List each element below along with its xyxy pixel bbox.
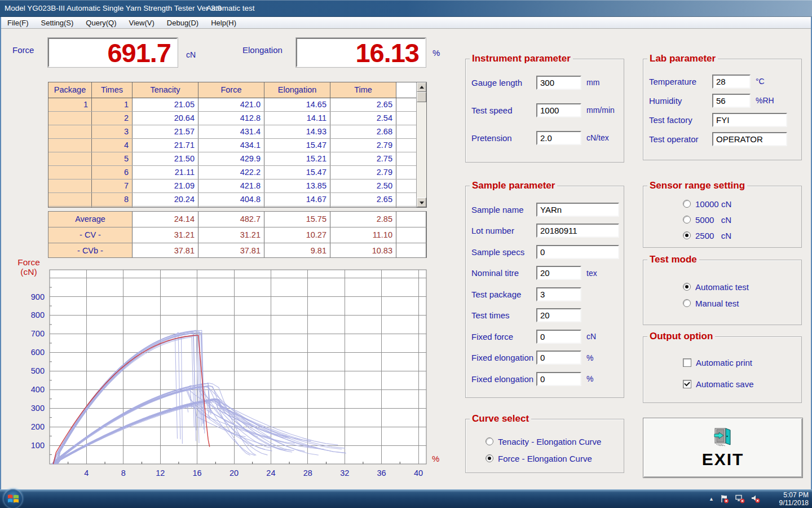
column-header-time: Time bbox=[330, 82, 396, 98]
start-button[interactable] bbox=[3, 489, 23, 508]
table-cell: 21.71 bbox=[133, 139, 198, 152]
table-row[interactable]: 721.09421.813.852.50 bbox=[48, 179, 416, 193]
scrollbar-up-button[interactable] bbox=[417, 82, 426, 92]
action-center-flag-icon[interactable] bbox=[720, 494, 729, 503]
checkbox-icon[interactable] bbox=[683, 358, 691, 367]
y-tick-label: 300 bbox=[31, 404, 45, 413]
scrollbar-track[interactable] bbox=[417, 102, 426, 198]
radio-button-icon[interactable] bbox=[683, 299, 691, 307]
table-cell: 2 bbox=[92, 112, 133, 125]
table-row[interactable]: 1121.05421.014.652.65 bbox=[48, 98, 416, 112]
test-mode-option[interactable]: Automatic test bbox=[683, 281, 801, 293]
table-header-row: PackageTimesTenacityForceElongationTime bbox=[48, 82, 416, 98]
exit-button[interactable]: EXIT bbox=[643, 418, 803, 478]
radio-button-icon[interactable] bbox=[486, 437, 493, 445]
table-row[interactable]: 421.71434.115.472.79 bbox=[48, 139, 416, 152]
option-label[interactable]: 10000 cN bbox=[695, 199, 731, 209]
table-cell bbox=[48, 179, 92, 192]
scrollbar-down-button[interactable] bbox=[417, 198, 426, 207]
field-label: Fixed elongation bbox=[471, 374, 536, 384]
option-label[interactable]: Automatic save bbox=[696, 379, 754, 389]
menu-item-file[interactable]: File(F) bbox=[1, 19, 35, 27]
temperature-input[interactable]: 28 bbox=[712, 75, 751, 89]
table-row[interactable]: 220.64412.814.112.54 bbox=[48, 112, 416, 125]
sensor-range-option[interactable]: 10000 cN bbox=[683, 198, 801, 210]
gauge-length-input[interactable]: 300 bbox=[536, 76, 581, 90]
x-tick-label: 16 bbox=[193, 468, 202, 478]
pretension-input[interactable]: 2.0 bbox=[536, 131, 581, 145]
table-cell: 21.11 bbox=[133, 166, 198, 179]
table-cell: 4 bbox=[92, 139, 133, 152]
option-label[interactable]: 5000 cN bbox=[695, 215, 731, 225]
table-row[interactable]: 521.50429.915.212.75 bbox=[48, 152, 416, 166]
curve-select-option[interactable]: Tenacity - Elongation Curve bbox=[486, 435, 624, 448]
field-unit: °C bbox=[756, 77, 765, 86]
table-cell: 14.93 bbox=[264, 125, 330, 138]
summary-row: Average24.14482.715.752.85 bbox=[48, 212, 426, 227]
sensor-range-option[interactable]: 5000 cN bbox=[683, 213, 801, 226]
test-factory-input[interactable]: FYI bbox=[712, 113, 787, 127]
fixed-elongation-input[interactable]: 0 bbox=[536, 372, 581, 386]
table-cell: 21.05 bbox=[133, 98, 198, 111]
field-unit: %RH bbox=[756, 96, 774, 105]
option-label[interactable]: Automatic test bbox=[695, 282, 749, 292]
test-mode-option[interactable]: Manual test bbox=[683, 297, 801, 309]
lot-number-input[interactable]: 20180911 bbox=[536, 224, 619, 238]
title-bar[interactable]: Model YG023B-III Automatic Single Yarn S… bbox=[0, 0, 812, 17]
fixed-force-input[interactable]: 0 bbox=[536, 330, 581, 344]
field-label: Test speed bbox=[471, 106, 536, 115]
clock-time: 5:07 PM bbox=[764, 491, 809, 499]
menu-item-query[interactable]: Query(Q) bbox=[80, 19, 122, 27]
field-label: Fixed elongation bbox=[471, 353, 536, 362]
table-row-filler bbox=[396, 193, 416, 206]
menu-item-debug[interactable]: Debug(D) bbox=[161, 19, 205, 27]
radio-button-icon[interactable] bbox=[486, 454, 493, 462]
radio-button-icon[interactable] bbox=[683, 216, 691, 224]
results-table-scrollbar[interactable] bbox=[416, 82, 426, 207]
field-row: Fixed elongation0% bbox=[471, 371, 624, 386]
test-operator-input[interactable]: OPERATOR bbox=[712, 132, 787, 146]
x-tick-label: 36 bbox=[377, 468, 386, 478]
option-label[interactable]: 2500 cN bbox=[695, 231, 731, 240]
option-label[interactable]: Tenacity - Elongation Curve bbox=[498, 437, 601, 446]
menu-item-help[interactable]: Help(H) bbox=[205, 19, 242, 27]
field-row: Fixed force0cN bbox=[471, 329, 624, 344]
radio-button-icon[interactable] bbox=[683, 283, 691, 291]
nominal-titre-input[interactable]: 20 bbox=[536, 266, 581, 280]
option-label[interactable]: Force - Elongation Curve bbox=[498, 454, 592, 463]
table-cell: 2.68 bbox=[330, 125, 396, 138]
window-subtitle: Automatic test bbox=[206, 4, 255, 12]
table-row[interactable]: 621.11422.215.472.79 bbox=[48, 166, 416, 179]
option-label[interactable]: Automatic print bbox=[696, 358, 752, 367]
volume-icon[interactable] bbox=[751, 494, 760, 503]
test-package-input[interactable]: 3 bbox=[536, 287, 581, 301]
table-row[interactable]: 921.70433.914.932.68 bbox=[48, 207, 416, 207]
checkbox-icon[interactable] bbox=[683, 380, 691, 388]
column-header-package: Package bbox=[48, 82, 92, 98]
radio-button-icon[interactable] bbox=[683, 231, 691, 239]
output-option[interactable]: Automatic print bbox=[683, 356, 801, 369]
table-cell: 431.4 bbox=[198, 125, 264, 138]
radio-button-icon[interactable] bbox=[683, 200, 691, 208]
network-status-icon[interactable] bbox=[735, 494, 745, 503]
humidity-input[interactable]: 56 bbox=[712, 94, 751, 108]
show-hidden-icons-button[interactable]: ▲ bbox=[709, 496, 714, 502]
curve-select-option[interactable]: Force - Elongation Curve bbox=[486, 452, 624, 465]
scrollbar-thumb[interactable] bbox=[417, 92, 426, 102]
menu-item-setting[interactable]: Setting(S) bbox=[35, 19, 80, 27]
fixed-elongation-input[interactable]: 0 bbox=[536, 351, 581, 365]
sample-name-input[interactable]: YARn bbox=[536, 203, 619, 217]
table-row[interactable]: 321.57431.414.932.68 bbox=[48, 125, 416, 139]
table-cell: 2.65 bbox=[330, 98, 396, 111]
menu-item-view[interactable]: View(V) bbox=[123, 19, 161, 27]
test-speed-input[interactable]: 1000 bbox=[536, 103, 581, 117]
clock-date: 9/11/2018 bbox=[764, 499, 809, 507]
sample-parameter-panel: Sample parameter Sample nameYARnLot numb… bbox=[465, 186, 624, 398]
table-row[interactable]: 820.24404.814.672.65 bbox=[48, 193, 416, 207]
sensor-range-option[interactable]: 2500 cN bbox=[683, 229, 801, 242]
option-label[interactable]: Manual test bbox=[695, 299, 739, 308]
clock[interactable]: 5:07 PM 9/11/2018 bbox=[764, 491, 809, 507]
test-times-input[interactable]: 20 bbox=[536, 308, 581, 322]
output-option[interactable]: Automatic save bbox=[683, 378, 801, 390]
sample-specs-input[interactable]: 0 bbox=[536, 245, 619, 259]
